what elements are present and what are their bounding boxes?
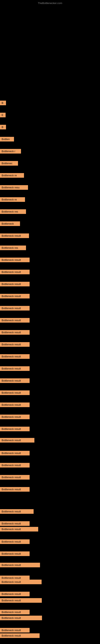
bottleneck-item-47[interactable]: Bottleneck result [0, 633, 40, 638]
bottleneck-item-44[interactable]: Bottleneck result [0, 610, 30, 614]
bottleneck-item-42[interactable]: Bottleneck result [0, 592, 30, 596]
bottleneck-item-16[interactable]: Bottleneck result [0, 282, 30, 286]
bottleneck-item-29[interactable]: Bottleneck result [0, 438, 34, 442]
bottleneck-item-26[interactable]: Bottleneck result [0, 402, 30, 407]
site-title: TheBottlenecker.com [38, 2, 62, 5]
bottleneck-item-34[interactable]: Bottleneck result [0, 509, 34, 514]
bottleneck-item-25[interactable]: Bottleneck result [0, 390, 30, 395]
bottleneck-item-9[interactable]: Bottleneck re [0, 197, 25, 202]
bottleneck-item-31[interactable]: Bottleneck result [0, 463, 30, 468]
bottleneck-item-24[interactable]: Bottleneck result [0, 378, 30, 383]
bottleneck-item-35[interactable]: Bottleneck result [0, 521, 30, 526]
bottleneck-item-39[interactable]: Bottleneck result [0, 563, 40, 567]
bottleneck-item-37[interactable]: Bottleneck result [0, 539, 30, 544]
bottleneck-item-20[interactable]: Bottleneck result [0, 330, 30, 335]
bottleneck-item-3[interactable]: B [0, 125, 6, 130]
bottleneck-item-36[interactable]: Bottleneck result [0, 527, 38, 532]
bottleneck-item-6[interactable]: Bottlenec [0, 161, 18, 166]
bottleneck-item-21[interactable]: Bottleneck result [0, 342, 30, 347]
bottleneck-item-12[interactable]: Bottleneck result [0, 234, 29, 238]
bottleneck-item-23[interactable]: Bottleneck result [0, 366, 30, 371]
bottleneck-item-33[interactable]: Bottleneck result [0, 487, 30, 492]
bottleneck-item-17[interactable]: Bottleneck result [0, 294, 30, 298]
bottleneck-item-19[interactable]: Bottleneck result [0, 318, 30, 322]
bottleneck-item-11[interactable]: Bottleneck [0, 222, 20, 226]
bottleneck-item-45[interactable]: Bottleneck result [0, 616, 42, 620]
bottleneck-item-7[interactable]: Bottleneck re [0, 173, 24, 178]
bottleneck-item-22[interactable]: Bottleneck result [0, 354, 30, 359]
bottleneck-item-18[interactable]: Bottleneck result [0, 306, 30, 310]
bottleneck-item-46[interactable]: Bottleneck result [0, 628, 30, 632]
bottleneck-item-41[interactable]: Bottleneck result [0, 580, 42, 584]
bottleneck-item-28[interactable]: Bottleneck result [0, 427, 30, 431]
bottleneck-item-43[interactable]: Bottleneck result [0, 598, 42, 603]
bottleneck-item-8[interactable]: Bottleneck resu [0, 185, 28, 190]
bottleneck-item-4[interactable]: Bottlen [0, 137, 14, 142]
bottleneck-item-30[interactable]: Bottleneck result [0, 451, 30, 456]
bottleneck-item-2[interactable]: E [0, 113, 6, 117]
bottleneck-item-27[interactable]: Bottleneck result [0, 414, 30, 419]
bottleneck-item-38[interactable]: Bottleneck result [0, 552, 30, 556]
bottleneck-item-5[interactable]: Bottleneck r [0, 149, 21, 154]
bottleneck-item-32[interactable]: Bottleneck result [0, 475, 30, 480]
bottleneck-item-15[interactable]: Bottleneck result [0, 270, 30, 274]
bottleneck-item-10[interactable]: Bottleneck res [0, 209, 26, 214]
bottleneck-item-13[interactable]: Bottleneck res [0, 246, 26, 250]
bottleneck-item-14[interactable]: Bottleneck result [0, 258, 30, 262]
bottleneck-item-1[interactable]: B [0, 100, 6, 105]
